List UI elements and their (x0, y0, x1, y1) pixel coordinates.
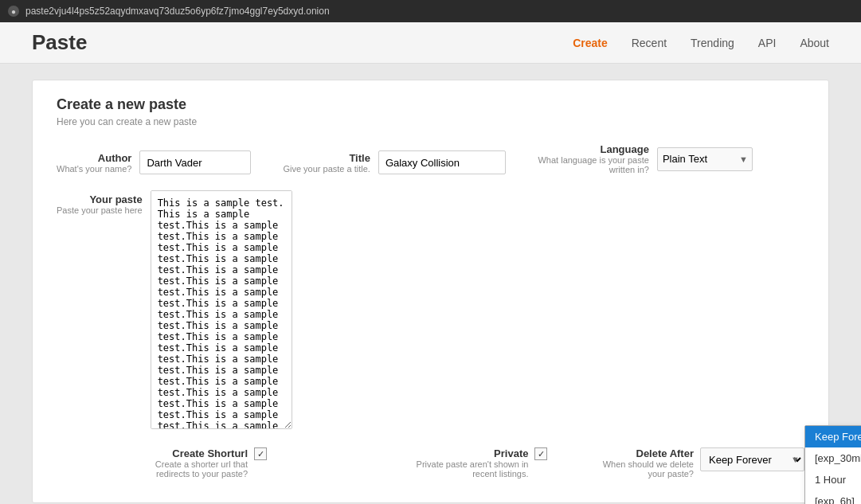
url-bar: paste2vju4l4ps5z52aqydmxavq73duz5o6yp6fz… (25, 6, 330, 17)
language-label: Language (600, 143, 648, 155)
browser-icon: ● (8, 6, 19, 17)
shorturl-checkbox[interactable]: ✓ (254, 447, 267, 460)
navbar: Paste Create Recent Trending API About (0, 22, 861, 64)
private-field: Private Private paste aren't shown in re… (364, 447, 584, 479)
expiry-dropdown: Keep Forever [exp_30min] 1 Hour [exp_6h]… (804, 425, 861, 504)
nav-links: Create Recent Trending API About (573, 37, 829, 49)
dropdown-item-keep-forever[interactable]: Keep Forever (805, 426, 861, 447)
delete-after-label: Delete After (636, 447, 694, 459)
paste-label-group: Your paste Paste your paste here (57, 190, 143, 432)
delete-after-select-wrapper: Keep Forever [exp_30min] 1 Hour [exp_6h]… (700, 447, 804, 471)
nav-create[interactable]: Create (573, 37, 608, 49)
private-sublabel: Private paste aren't shown in recent lis… (401, 459, 528, 479)
title-label-group: Title Give your paste a title. (283, 152, 370, 174)
shorturl-label-group: Create Shorturl Create a shorter url tha… (144, 447, 248, 479)
create-paste-card: Create a new paste Here you can create a… (32, 80, 829, 503)
nav-trending[interactable]: Trending (691, 37, 734, 49)
private-label-group: Private Private paste aren't shown in re… (401, 447, 528, 479)
author-sublabel: What's your name? (57, 164, 131, 174)
title-sublabel: Give your paste a title. (283, 164, 370, 174)
nav-api[interactable]: API (758, 37, 777, 49)
paste-sublabel: Paste your paste here (57, 205, 143, 215)
delete-after-sublabel: When should we delete your paste? (585, 459, 694, 479)
shorturl-label: Create Shorturl (172, 447, 248, 459)
delete-after-field: Delete After When should we delete your … (585, 447, 804, 479)
dropdown-item-6h[interactable]: [exp_6h] (805, 490, 861, 504)
author-field-block: Author What's your name? (57, 150, 251, 174)
shorturl-field: Create Shorturl Create a shorter url tha… (144, 447, 364, 479)
shorturl-sublabel: Create a shorter url that redirects to y… (144, 459, 248, 479)
author-label: Author (98, 152, 132, 164)
dropdown-item-1hour[interactable]: 1 Hour (805, 469, 861, 490)
fields-row: Author What's your name? Title Give your… (57, 143, 804, 174)
language-sublabel: What language is your paste written in? (538, 155, 649, 174)
private-label: Private (494, 447, 528, 459)
title-label: Title (349, 152, 370, 164)
author-input[interactable] (139, 150, 251, 174)
titlebar: ● paste2vju4l4ps5z52aqydmxavq73duz5o6yp6… (0, 0, 861, 22)
private-checkbox[interactable]: ✓ (534, 447, 547, 460)
paste-textarea[interactable]: This is a sample test. This is a sample … (151, 190, 292, 429)
textarea-wrapper: This is a sample test. This is a sample … (151, 190, 804, 432)
nav-recent[interactable]: Recent (632, 37, 667, 49)
language-field-block: Language What language is your paste wri… (538, 143, 753, 174)
card-title: Create a new paste (57, 96, 804, 113)
author-label-group: Author What's your name? (57, 152, 131, 174)
main-content: Create a new paste Here you can create a… (0, 64, 861, 504)
delete-after-select[interactable]: Keep Forever [exp_30min] 1 Hour [exp_6h]… (700, 447, 804, 471)
language-select[interactable]: Plain Text Python JavaScript HTML CSS (657, 147, 753, 171)
delete-after-label-group: Delete After When should we delete your … (585, 447, 694, 479)
card-subtitle: Here you can create a new paste (57, 116, 804, 127)
paste-label: Your paste (89, 193, 142, 205)
brand-logo[interactable]: Paste (32, 30, 87, 55)
language-label-group: Language What language is your paste wri… (538, 143, 649, 174)
dropdown-item-30min[interactable]: [exp_30min] (805, 447, 861, 469)
bottom-row: Create Shorturl Create a shorter url tha… (57, 447, 804, 479)
nav-about[interactable]: About (800, 37, 829, 49)
paste-area-container: Your paste Paste your paste here This is… (57, 190, 804, 432)
language-select-wrapper: Plain Text Python JavaScript HTML CSS ▼ (657, 147, 753, 171)
title-field-block: Title Give your paste a title. (283, 150, 505, 174)
title-input[interactable] (378, 150, 506, 174)
